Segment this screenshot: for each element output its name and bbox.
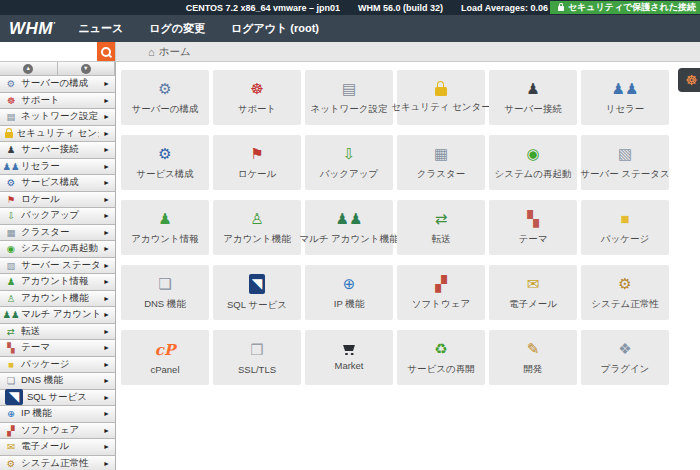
tile-label: SSL/TLS — [238, 364, 276, 375]
sidebar-item-clusters[interactable]: ▦ クラスター ► — [0, 225, 115, 242]
sidebar-item-locales[interactable]: ⚑ ロケール ► — [0, 192, 115, 209]
dns-icon: ❏ — [5, 375, 17, 386]
sidebar-item-label: マルチ アカウント機能 — [21, 308, 99, 321]
sidebar-item-security-center[interactable]: セキュリティ センター ► — [0, 126, 115, 143]
sidebar-item-network-setup[interactable]: ▤ ネットワーク設定 ► — [0, 109, 115, 126]
tile-security-center[interactable]: セキュリティ センター — [397, 70, 485, 125]
sidebar-item-system-reboot[interactable]: ◉ システムの再起動 ► — [0, 241, 115, 258]
sidebar-item-server-status[interactable]: ▧ サーバー ステータス ► — [0, 258, 115, 275]
chevron-right-icon: ► — [103, 130, 110, 137]
sidebar-item-backup[interactable]: ⇩ バックアップ ► — [0, 208, 115, 225]
sidebar-item-dns-functions[interactable]: ❏ DNS 機能 ► — [0, 373, 115, 390]
sidebar-item-label: アカウント機能 — [21, 292, 99, 305]
tile-cpanel[interactable]: cP cPanel — [121, 330, 209, 385]
chevron-right-icon: ► — [103, 394, 110, 401]
sidebar-item-sql-services[interactable]: ◥ SQL サービス ► — [0, 390, 115, 407]
sidebar-item-email[interactable]: ✉ 電子メール ► — [0, 439, 115, 456]
tile-development[interactable]: ✎ 開発 — [489, 330, 577, 385]
chevron-right-icon: ► — [103, 295, 110, 302]
sidebar-item-system-health[interactable]: ⚙ システム正常性 ► — [0, 456, 115, 470]
tile-software[interactable]: ▞ ソフトウェア — [397, 265, 485, 320]
collapse-all-button[interactable]: ▲ — [0, 62, 58, 76]
tile-themes[interactable]: ▚ テーマ — [489, 200, 577, 255]
search-button[interactable] — [97, 42, 115, 61]
tile-label: テーマ — [519, 233, 548, 246]
account-info-icon: ♟ — [5, 276, 17, 287]
tile-server-config[interactable]: ⚙ サーバーの構成 — [121, 70, 209, 125]
tile-ssl-tls[interactable]: ❒ SSL/TLS — [213, 330, 301, 385]
chevron-right-icon: ► — [103, 377, 110, 384]
server-gear-icon: ⚙ — [158, 80, 171, 98]
sidebar-item-software[interactable]: ▞ ソフトウェア ► — [0, 423, 115, 440]
sidebar-item-packages[interactable]: ■ パッケージ ► — [0, 357, 115, 374]
lock-icon — [5, 132, 13, 138]
expand-all-button[interactable]: ▼ — [58, 62, 116, 76]
help-button[interactable]: ☸ — [678, 68, 700, 92]
tile-locales[interactable]: ⚑ ロケール — [213, 135, 301, 190]
tile-plugins[interactable]: ❖ プラグイン — [581, 330, 669, 385]
sidebar-item-label: システムの再起動 — [21, 242, 99, 255]
tile-system-health[interactable]: ⚙ システム正常性 — [581, 265, 669, 320]
sidebar-item-label: IP 機能 — [21, 407, 99, 420]
sidebar-item-label: サービス構成 — [21, 176, 99, 189]
main-content: ⚙ サーバーの構成 ☸ サポート ▤ ネットワーク設定 セキュリティ センター … — [116, 62, 700, 470]
database-icon: ◥ — [249, 274, 265, 294]
menu-item-change-log[interactable]: ログの変更 — [136, 21, 218, 36]
whm-version: WHM 56.0 (build 32) — [358, 3, 443, 13]
sidebar-item-server-contacts[interactable]: ♟ サーバー接続 ► — [0, 142, 115, 159]
sidebar-item-support[interactable]: ☸ サポート ► — [0, 93, 115, 110]
tile-transfers[interactable]: ⇄ 転送 — [397, 200, 485, 255]
development-icon: ✎ — [527, 340, 540, 358]
software-boxes-icon: ▞ — [435, 275, 447, 293]
sidebar-item-label: SQL サービス — [27, 391, 99, 404]
tile-label: ソフトウェア — [412, 298, 470, 311]
sidebar-item-resellers[interactable]: ♟♟ リセラー ► — [0, 159, 115, 176]
tile-email[interactable]: ✉ 電子メール — [489, 265, 577, 320]
tile-server-contacts[interactable]: ♟ サーバー接続 — [489, 70, 577, 125]
breadcrumb-home[interactable]: ホーム — [159, 45, 191, 59]
tile-multi-account-functions[interactable]: ♟♟ マルチ アカウント機能 — [305, 200, 393, 255]
tile-system-reboot[interactable]: ◉ システムの再起動 — [489, 135, 577, 190]
multi-account-icon: ♟♟ — [5, 309, 17, 320]
tile-restart-services[interactable]: ♻ サービスの再開 — [397, 330, 485, 385]
menu-item-news[interactable]: ニュース — [65, 21, 136, 36]
tile-ip-functions[interactable]: ⊕ IP 機能 — [305, 265, 393, 320]
lifebuoy-icon: ☸ — [5, 95, 17, 106]
tile-service-config[interactable]: ⚙ サービス構成 — [121, 135, 209, 190]
tile-sql-services[interactable]: ◥ SQL サービス — [213, 265, 301, 320]
tile-backup[interactable]: ⇩ バックアップ — [305, 135, 393, 190]
sidebar-item-themes[interactable]: ▚ テーマ ► — [0, 340, 115, 357]
search-input[interactable] — [0, 42, 97, 61]
multi-account-icon: ♟♟ — [336, 210, 363, 228]
sidebar-item-account-info[interactable]: ♟ アカウント情報 ► — [0, 274, 115, 291]
cluster-icon: ▦ — [5, 227, 17, 238]
tile-market[interactable]: Market — [305, 330, 393, 385]
tile-server-status[interactable]: ▧ サーバー ステータス — [581, 135, 669, 190]
tile-dns-functions[interactable]: ❏ DNS 機能 — [121, 265, 209, 320]
secure-badge-label: セキュリティで保護された接続 — [568, 1, 696, 14]
power-icon: ◉ — [5, 243, 17, 254]
tile-clusters[interactable]: ▦ クラスター — [397, 135, 485, 190]
package-cube-icon: ■ — [5, 359, 17, 370]
sidebar-item-account-functions[interactable]: ♙ アカウント機能 ► — [0, 291, 115, 308]
tile-account-functions[interactable]: ♙ アカウント機能 — [213, 200, 301, 255]
help-lifebuoy-icon: ☸ — [685, 72, 698, 88]
sidebar-item-transfers[interactable]: ⇄ 転送 ► — [0, 324, 115, 341]
tiles-grid: ⚙ サーバーの構成 ☸ サポート ▤ ネットワーク設定 セキュリティ センター … — [116, 62, 700, 385]
whm-logo[interactable]: WHM' — [0, 19, 65, 39]
tile-network-setup[interactable]: ▤ ネットワーク設定 — [305, 70, 393, 125]
sidebar-item-multi-account-functions[interactable]: ♟♟ マルチ アカウント機能 ► — [0, 307, 115, 324]
sidebar-item-server-config[interactable]: ⚙ サーバーの構成 ► — [0, 76, 115, 93]
tile-account-info[interactable]: ♟ アカウント情報 — [121, 200, 209, 255]
tile-support[interactable]: ☸ サポート — [213, 70, 301, 125]
tile-resellers[interactable]: ♟♟ リセラー — [581, 70, 669, 125]
sidebar-collapse-row: ▲ ▼ — [0, 62, 115, 76]
software-boxes-icon: ▞ — [5, 425, 17, 436]
chevron-right-icon: ► — [103, 97, 110, 104]
menu-item-logout[interactable]: ログアウト (root) — [218, 21, 332, 36]
cart-icon — [342, 344, 356, 355]
tile-packages[interactable]: ■ パッケージ — [581, 200, 669, 255]
sidebar-item-service-config[interactable]: ⚙ サービス構成 ► — [0, 175, 115, 192]
sidebar-item-label: サポート — [21, 94, 99, 107]
sidebar-item-ip-functions[interactable]: ⊕ IP 機能 ► — [0, 406, 115, 423]
